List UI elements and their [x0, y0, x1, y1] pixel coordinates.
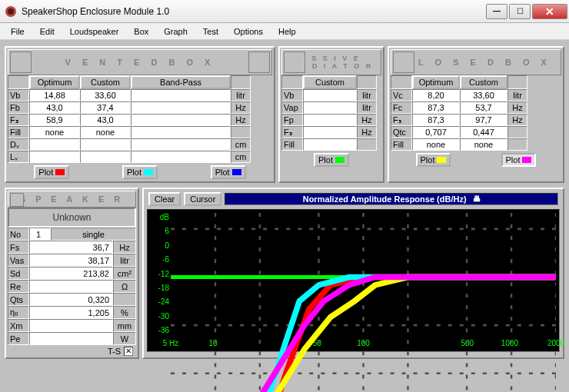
speaker-val-6[interactable] [29, 319, 113, 332]
clear-button[interactable]: Clear [148, 192, 181, 206]
speaker-val-7[interactable] [29, 332, 113, 345]
vented-box-header: V E N T E D B O X [8, 49, 272, 75]
closed-plot-button-1[interactable]: Plot [501, 153, 537, 167]
closed-optimum-button[interactable]: Optimum [412, 75, 460, 89]
menu-file[interactable]: File [5, 25, 31, 38]
vented-cust-3[interactable]: none [80, 126, 131, 138]
row-label: Fill [8, 126, 29, 138]
graph-title-bar: Normalized Amplitude Response (dB/Hz) 🖶 [225, 193, 558, 205]
vented-icon-left [10, 51, 32, 73]
maximize-button[interactable]: ☐ [509, 4, 531, 19]
closed-cust-0[interactable]: 33,60 [460, 89, 507, 101]
menu-loudspeaker[interactable]: Loudspeaker [64, 25, 125, 38]
speaker-header: S P E A K E R [8, 191, 136, 208]
close-button[interactable]: ✕ [532, 4, 567, 19]
vented-plot-button-1[interactable]: Plot [122, 165, 158, 179]
passive-plot-button[interactable]: Plot [314, 153, 349, 167]
color-swatch [437, 157, 446, 163]
y-axis-labels: dB60-6-12-18-24-30-36 [149, 210, 169, 337]
passive-cust-3[interactable] [303, 126, 357, 138]
vented-cust-4[interactable] [80, 138, 131, 151]
vented-custom-button[interactable]: Custom [80, 75, 131, 89]
print-icon[interactable]: 🖶 [473, 193, 481, 205]
vented-bp-3[interactable] [131, 126, 231, 138]
row-unit: cm [231, 138, 251, 151]
speaker-val-3[interactable] [29, 280, 113, 293]
menu-box[interactable]: Box [128, 25, 155, 38]
cursor-button[interactable]: Cursor [184, 192, 221, 206]
closed-cust-4[interactable]: none [460, 138, 507, 151]
vented-opt-0[interactable]: 14,88 [29, 89, 80, 101]
closed-cust-1[interactable]: 53,7 [460, 101, 507, 114]
vented-bp-1[interactable] [131, 101, 231, 114]
row-unit: cm [231, 151, 251, 163]
speaker-val-4[interactable]: 0,320 [29, 293, 113, 306]
speaker-no-value[interactable]: 1 [29, 228, 51, 241]
minimize-button[interactable]: — [486, 4, 507, 19]
vented-cust-0[interactable]: 33,60 [80, 89, 131, 101]
passive-icon [284, 51, 305, 73]
menu-help[interactable]: Help [272, 25, 302, 38]
passive-radiator-panel: P A S S I V E R A D I A T O R Custom Vb … [278, 46, 384, 183]
speaker-row: η₀ 1,205 % [8, 306, 136, 319]
speaker-no-label: No [8, 228, 29, 241]
row-label: Dᵥ [8, 138, 29, 151]
closed-row: F₃ 87,3 97,7 Hz [391, 114, 561, 126]
passive-custom-button[interactable]: Custom [303, 75, 357, 89]
speaker-val-5[interactable]: 1,205 [29, 306, 113, 319]
menu-test[interactable]: Test [197, 25, 225, 38]
passive-row: F₃ Hz [281, 126, 381, 138]
vented-opt-1[interactable]: 43,0 [29, 101, 80, 114]
closed-opt-0[interactable]: 8,20 [412, 89, 460, 101]
vented-row: Fb 43,0 37,4 Hz [8, 101, 272, 114]
passive-cust-1[interactable] [303, 101, 357, 114]
closed-plot-button-0[interactable]: Plot [416, 153, 451, 167]
vented-opt-4[interactable] [29, 138, 80, 151]
vented-opt-5[interactable] [29, 151, 80, 163]
vented-cust-5[interactable] [80, 151, 131, 163]
vented-opt-2[interactable]: 58,9 [29, 114, 80, 126]
passive-row: Vap litr [281, 101, 381, 114]
vented-box-panel: V E N T E D B O X Optimum Custom Band-Pa… [5, 46, 275, 183]
passive-cust-0[interactable] [303, 89, 357, 101]
vented-opt-3[interactable]: none [29, 126, 80, 138]
menu-edit[interactable]: Edit [34, 25, 61, 38]
speaker-config[interactable]: single [51, 228, 136, 241]
speaker-val-0[interactable]: 36,7 [29, 241, 113, 254]
titlebar: SpeakerShop Enclosure Module 1.0 — ☐ ✕ [0, 0, 569, 23]
vented-title: V E N T E D B O X [65, 58, 215, 67]
vented-plot-button-2[interactable]: Plot [211, 165, 246, 179]
vented-plot-button-0[interactable]: Plot [34, 165, 69, 179]
vented-optimum-button[interactable]: Optimum [29, 75, 80, 89]
closed-opt-1[interactable]: 87,3 [412, 101, 460, 114]
closed-cust-3[interactable]: 0,447 [460, 126, 507, 138]
closed-opt-4[interactable]: none [412, 138, 460, 151]
workspace: V E N T E D B O X Optimum Custom Band-Pa… [0, 40, 569, 392]
passive-row: Vb litr [281, 89, 381, 101]
speaker-title: S P E A K E R [20, 194, 125, 204]
menu-graph[interactable]: Graph [158, 25, 194, 38]
vented-bp-2[interactable] [131, 114, 231, 126]
menu-options[interactable]: Options [228, 25, 269, 38]
speaker-row: Qts 0,320 [8, 293, 136, 306]
closed-cust-2[interactable]: 97,7 [460, 114, 507, 126]
passive-cust-4[interactable] [303, 138, 357, 151]
row-label: Fb [8, 101, 29, 114]
speaker-val-2[interactable]: 213,82 [29, 267, 113, 280]
vented-row: Fill none none [8, 126, 272, 138]
vented-bp-5[interactable] [131, 151, 231, 163]
vented-bp-0[interactable] [131, 89, 231, 101]
closed-opt-3[interactable]: 0,707 [412, 126, 460, 138]
vented-cust-1[interactable]: 37,4 [80, 101, 131, 114]
closed-row: Vc 8,20 33,60 litr [391, 89, 561, 101]
closed-custom-button[interactable]: Custom [460, 75, 507, 89]
ts-checkbox[interactable]: ✕ [124, 347, 133, 356]
color-swatch [55, 169, 65, 175]
vented-bp-4[interactable] [131, 138, 231, 151]
passive-cust-2[interactable] [303, 114, 357, 126]
graph-area[interactable]: dB60-6-12-18-24-30-36 5 Hz10501005001000… [147, 209, 560, 352]
vented-cust-2[interactable]: 43,0 [80, 114, 131, 126]
speaker-val-1[interactable]: 38,17 [29, 254, 113, 267]
closed-opt-2[interactable]: 87,3 [412, 114, 460, 126]
vented-bandpass-button[interactable]: Band-Pass [131, 75, 231, 89]
